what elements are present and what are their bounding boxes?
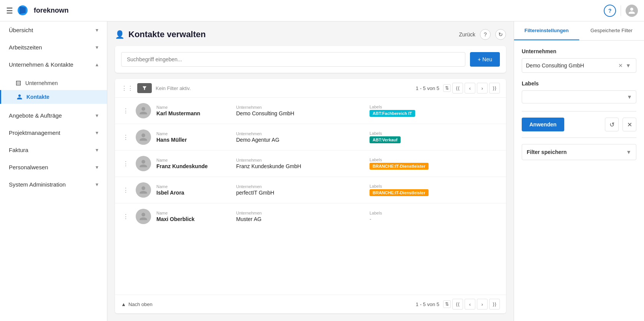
sidebar-item-angebote-auftraege[interactable]: Angebote & Aufträge ▼ [0, 107, 107, 124]
apply-button[interactable]: Anwenden [522, 118, 564, 131]
company-dropdown-arrow[interactable]: ▼ [624, 62, 632, 69]
sort-icon[interactable]: ⇅ [443, 84, 451, 92]
next-page-button[interactable]: › [477, 83, 488, 93]
label-dash: - [370, 216, 371, 222]
field-label-labels: Labels [370, 157, 500, 162]
topbar-divider [621, 5, 621, 16]
filter-button[interactable] [137, 83, 152, 93]
table-row: ⋮ Name Hans Müller Un [115, 124, 506, 151]
field-label-name: Name [156, 184, 233, 189]
sidebar-item-arbeitszeiten[interactable]: Arbeitszeiten ▼ [0, 39, 107, 56]
sidebar-item-label: Projektmanagement [9, 129, 60, 136]
field-label-company: Unternehmen [236, 211, 366, 215]
help-button[interactable]: ? [604, 5, 616, 17]
tab-gespeicherte-filter[interactable]: Gespeicherte Filter [579, 21, 644, 40]
contact-company: Muster AG [236, 216, 366, 222]
sidebar-item-label: Angebote & Aufträge [9, 112, 62, 119]
back-to-top-button[interactable]: ▲ Nach oben [121, 301, 153, 307]
row-menu-icon[interactable]: ⋮ [121, 185, 130, 195]
company-select[interactable]: Demo Consulting GmbH ✕ ▼ [522, 58, 636, 73]
company-clear-icon[interactable]: ✕ [617, 62, 624, 69]
filter-icon [142, 85, 147, 91]
sort-icon-bottom[interactable]: ⇅ [443, 300, 451, 308]
pagination-info-bottom: 1 - 5 von 5 [416, 301, 439, 307]
topbar: ☰ foreknown ? [0, 0, 644, 21]
chevron-down-icon: ▼ [95, 130, 99, 136]
prev-page-button-bottom[interactable]: ‹ [465, 299, 475, 310]
row-menu-icon[interactable]: ⋮ [121, 106, 130, 116]
table-footer: ▲ Nach oben 1 - 5 von 5 ⇅ ⟨⟨ ‹ › ⟩⟩ [115, 295, 506, 313]
sidebar-item-label: System Administration [9, 181, 66, 188]
pagination-info-top: 1 - 5 von 5 [416, 85, 439, 91]
contact-name: Maxi Oberblick [156, 216, 233, 222]
sidebar-item-projektmanagement[interactable]: Projektmanagement ▼ [0, 124, 107, 141]
sidebar-item-kontakte[interactable]: Kontakte [0, 90, 107, 104]
filter-save-section[interactable]: Filter speichern ▼ [522, 144, 636, 160]
prev-page-button[interactable]: ‹ [465, 83, 475, 93]
field-label-name: Name [156, 158, 233, 162]
clear-filter-button[interactable]: ✕ [623, 118, 636, 131]
field-label-name: Name [156, 131, 233, 136]
new-button[interactable]: + Neu [470, 52, 500, 67]
reset-filter-button[interactable]: ↺ [605, 118, 619, 131]
contact-company: Demo Consulting GmbH [236, 110, 366, 116]
hamburger-icon[interactable]: ☰ [6, 6, 13, 15]
field-label-labels: Labels [370, 131, 500, 136]
contacts-table-card: ⋮⋮ Kein Filter aktiv. 1 - 5 von 5 ⇅ ⟨⟨ ‹… [115, 79, 506, 313]
next-page-button-bottom[interactable]: › [477, 299, 488, 310]
pagination-controls-bottom: ⇅ ⟨⟨ ‹ › ⟩⟩ [443, 299, 500, 310]
field-label-company: Unternehmen [236, 158, 366, 162]
avatar-person-icon [139, 133, 148, 142]
search-input[interactable] [121, 52, 465, 67]
sidebar-item-label: Arbeitszeiten [9, 44, 42, 51]
filter-divider [522, 111, 636, 111]
field-label-labels: Labels [370, 211, 500, 215]
filter-save-label: Filter speichern [527, 149, 567, 155]
chevron-down-icon: ▼ [95, 45, 99, 50]
row-menu-icon[interactable]: ⋮ [121, 211, 130, 222]
sidebar-item-label: Personalwesen [9, 164, 48, 170]
table-controls: ⋮⋮ Kein Filter aktiv. 1 - 5 von 5 ⇅ ⟨⟨ ‹… [115, 79, 506, 98]
last-page-button-bottom[interactable]: ⟩⟩ [489, 299, 500, 310]
contact-name: Isbel Arora [156, 190, 233, 196]
sidebar-item-uebersicht[interactable]: Übersicht ▼ [0, 21, 107, 39]
chevron-down-icon: ▼ [95, 147, 99, 153]
tab-filtereinstellungen[interactable]: Filtereinstellungen [514, 21, 579, 40]
labels-select[interactable]: ▼ [522, 90, 636, 103]
chevron-down-icon: ▼ [95, 182, 99, 187]
table-row: ⋮ Name Franz Kundeskunde [115, 151, 506, 177]
first-page-button-bottom[interactable]: ⟨⟨ [452, 299, 463, 310]
label-badge: BRANCHE:IT-Dienstleister [370, 163, 429, 170]
label-badge: BRANCHE:IT-Dienstleister [370, 189, 429, 196]
drag-handle-icon[interactable]: ⋮⋮ [121, 85, 133, 92]
back-button[interactable]: Zurück [459, 31, 475, 38]
contacts-list: ⋮ Name Karl Mustermann [115, 98, 506, 295]
row-menu-icon[interactable]: ⋮ [121, 159, 130, 169]
sidebar-item-unternehmen-kontakte[interactable]: Unternehmen & Kontakte ▲ [0, 56, 107, 73]
page-header: 👤 Kontakte verwalten Zurück ? ↻ [115, 29, 506, 40]
avatar-person-icon [139, 185, 148, 195]
contact-company: Demo Agentur AG [236, 137, 366, 143]
last-page-button[interactable]: ⟩⟩ [489, 83, 500, 93]
sidebar-item-faktura[interactable]: Faktura ▼ [0, 141, 107, 159]
contact-company: Franz Kundeskunde GmbH [236, 163, 366, 169]
search-bar: + Neu [115, 46, 506, 73]
chevron-down-icon: ▼ [95, 113, 99, 118]
refresh-button[interactable]: ↻ [495, 29, 506, 40]
field-label-company: Unternehmen [236, 105, 366, 110]
help-page-button[interactable]: ? [480, 29, 491, 40]
filter-actions: Anwenden ↺ ✕ [522, 118, 636, 131]
field-label-labels: Labels [370, 184, 500, 188]
sidebar-item-unternehmen[interactable]: Unternehmen [0, 76, 107, 90]
avatar-person-icon [139, 159, 148, 168]
labels-filter-section: Labels ▼ [522, 80, 636, 103]
contact-info: Name Maxi Oberblick Unternehmen Muster A… [156, 211, 500, 222]
sidebar-item-system-administration[interactable]: System Administration ▼ [0, 176, 107, 193]
user-avatar[interactable] [626, 5, 638, 17]
first-page-button[interactable]: ⟨⟨ [452, 83, 463, 93]
labels-dropdown-arrow[interactable]: ▼ [627, 94, 632, 100]
label-badge: ABT:Verkauf [370, 136, 401, 143]
row-menu-icon[interactable]: ⋮ [121, 132, 130, 142]
sidebar-item-personalwesen[interactable]: Personalwesen ▼ [0, 159, 107, 176]
sidebar: Übersicht ▼ Arbeitszeiten ▼ Unternehmen … [0, 21, 107, 321]
